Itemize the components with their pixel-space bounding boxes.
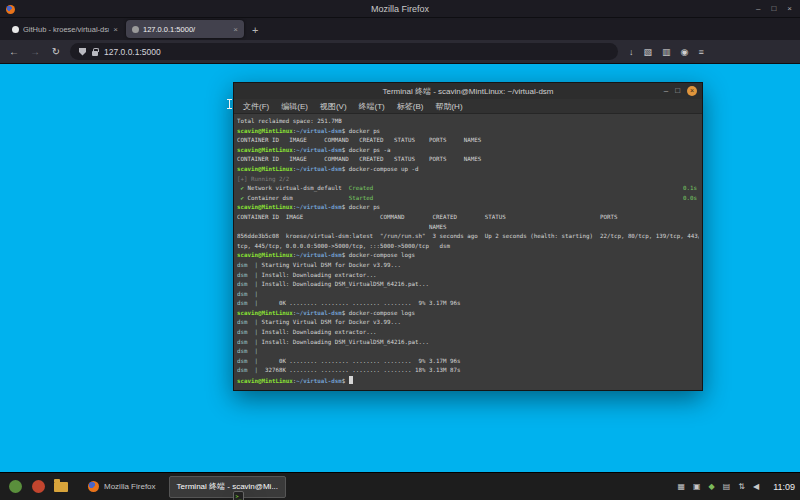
terminal-line: scavin@MintLinux:~/virtual-dsm$ <box>237 376 699 386</box>
terminal-menu-item[interactable]: 文件(F) <box>243 101 269 112</box>
terminal-line: 856dde3b5c08 kroese/virtual-dsm:latest "… <box>237 232 699 242</box>
notifications-icon[interactable]: ▣ <box>693 482 701 491</box>
taskbar: Mozilla Firefox>_Terminal 终端 - scavin@Mi… <box>0 472 800 500</box>
system-tray: ▦▣◆▤⇅◀ <box>677 482 765 491</box>
terminal-minimize-button[interactable]: – <box>664 87 668 95</box>
terminal-menu-item[interactable]: 视图(V) <box>320 101 347 112</box>
firefox-app-icon <box>6 5 15 14</box>
shield-icon[interactable]: ◆ <box>709 482 715 491</box>
terminal-line: scavin@MintLinux:~/virtual-dsm$ docker-c… <box>237 309 699 319</box>
new-tab-button[interactable]: + <box>252 24 258 36</box>
terminal-line: ✔ Container dsm Started0.0s <box>237 194 699 204</box>
terminal-window[interactable]: Terminal 终端 - scavin@MintLinux: ~/virtua… <box>233 82 703 391</box>
terminal-line: [+] Running 2/2 <box>237 175 699 185</box>
minimize-button[interactable]: – <box>756 5 760 13</box>
navigation-bar: ← → ↻ 127.0.0.1:5000 ↓▧▥◉≡ <box>0 40 800 64</box>
tab-label: GitHub - kroese/virtual-dsm <box>23 25 109 34</box>
extensions-icon[interactable]: ▧ <box>644 47 653 57</box>
library-icon[interactable]: ▥ <box>662 47 671 57</box>
firefox-titlebar: Mozilla Firefox –□× <box>0 0 800 18</box>
terminal-line: tcp, 445/tcp, 0.0.0.0:5000->5000/tcp, ::… <box>237 242 699 252</box>
browser-viewport[interactable]: Terminal 终端 - scavin@MintLinux: ~/virtua… <box>0 64 800 472</box>
nav-right-icons: ↓▧▥◉≡ <box>629 47 704 57</box>
tab-close-icon[interactable]: × <box>233 25 238 34</box>
terminal-menu-item[interactable]: 编辑(E) <box>281 101 308 112</box>
browser-launcher[interactable] <box>28 477 48 497</box>
taskbar-window-button[interactable]: >_Terminal 终端 - scavin@Mi... <box>169 476 286 498</box>
terminal-icon: >_ <box>233 491 244 498</box>
network-icon[interactable]: ⇅ <box>738 482 745 491</box>
workspace-switcher-icon[interactable]: ▦ <box>677 482 685 491</box>
files-launcher-icon <box>54 482 68 492</box>
close-button[interactable]: × <box>787 5 792 13</box>
terminal-line: dsm | 32768K ........ ........ ........ … <box>237 366 699 376</box>
downloads-icon[interactable]: ↓ <box>629 47 634 57</box>
terminal-line: CONTAINER ID IMAGE COMMAND CREATED STATU… <box>237 213 699 223</box>
terminal-close-button[interactable]: × <box>687 86 697 96</box>
browser-launcher-icon <box>32 480 45 493</box>
terminal-title: Terminal 终端 - scavin@MintLinux: ~/virtua… <box>234 86 702 97</box>
tracking-shield-icon[interactable] <box>79 48 86 56</box>
browser-tab[interactable]: GitHub - kroese/virtual-dsm× <box>6 20 124 38</box>
terminal-window-controls: –□× <box>664 83 697 99</box>
terminal-cursor <box>349 376 353 384</box>
menu-icon[interactable]: ≡ <box>698 47 703 57</box>
account-icon[interactable]: ◉ <box>681 47 689 57</box>
terminal-line: dsm | Install: Downloading DSM_VirtualDS… <box>237 280 699 290</box>
terminal-line: scavin@MintLinux:~/virtual-dsm$ docker p… <box>237 127 699 137</box>
terminal-output[interactable]: Total reclaimed space: 251.7MBscavin@Min… <box>234 114 702 390</box>
tab-label: 127.0.0.1:5000/ <box>143 25 229 34</box>
terminal-line: dsm | Install: Downloading DSM_VirtualDS… <box>237 338 699 348</box>
terminal-line: scavin@MintLinux:~/virtual-dsm$ docker-c… <box>237 251 699 261</box>
terminal-line: dsm | 0K ........ ........ ........ ....… <box>237 357 699 367</box>
clipboard-icon[interactable]: ▤ <box>723 482 731 491</box>
tab-strip: GitHub - kroese/virtual-dsm×127.0.0.1:50… <box>0 18 800 40</box>
taskbar-window-label: Mozilla Firefox <box>104 482 156 491</box>
terminal-line: Total reclaimed space: 251.7MB <box>237 117 699 127</box>
terminal-line: CONTAINER ID IMAGE COMMAND CREATED STATU… <box>237 136 699 146</box>
terminal-line: scavin@MintLinux:~/virtual-dsm$ docker-c… <box>237 165 699 175</box>
maximize-button[interactable]: □ <box>771 5 776 13</box>
files-launcher[interactable] <box>51 477 71 497</box>
window-controls: –□× <box>756 0 792 18</box>
terminal-line: dsm | Install: Downloading extractor... <box>237 328 699 338</box>
window-title: Mozilla Firefox <box>371 4 429 14</box>
terminal-maximize-button[interactable]: □ <box>675 87 680 95</box>
taskbar-window-button[interactable]: Mozilla Firefox <box>80 476 164 498</box>
forward-button[interactable]: → <box>28 46 42 57</box>
firefox-icon <box>88 481 99 492</box>
terminal-line: dsm | <box>237 290 699 300</box>
mouse-text-cursor <box>229 99 230 109</box>
volume-icon[interactable]: ◀ <box>753 482 759 491</box>
back-button[interactable]: ← <box>7 46 21 57</box>
terminal-line: scavin@MintLinux:~/virtual-dsm$ docker p… <box>237 146 699 156</box>
taskbar-clock[interactable]: 11:09 <box>773 482 795 492</box>
menu-button[interactable] <box>5 477 25 497</box>
terminal-line: dsm | <box>237 347 699 357</box>
terminal-line: NAMES <box>237 223 699 233</box>
terminal-menu-item[interactable]: 终端(T) <box>359 101 385 112</box>
terminal-line: CONTAINER ID IMAGE COMMAND CREATED STATU… <box>237 155 699 165</box>
terminal-line: scavin@MintLinux:~/virtual-dsm$ docker p… <box>237 203 699 213</box>
tab-favicon <box>132 26 139 33</box>
desktop: Mozilla Firefox –□× GitHub - kroese/virt… <box>0 0 800 500</box>
terminal-titlebar[interactable]: Terminal 终端 - scavin@MintLinux: ~/virtua… <box>234 83 702 99</box>
menu-button-icon <box>9 480 22 493</box>
terminal-menubar: 文件(F)编辑(E)视图(V)终端(T)标签(B)帮助(H) <box>234 99 702 114</box>
terminal-line: dsm | Install: Downloading extractor... <box>237 271 699 281</box>
url-bar[interactable]: 127.0.0.1:5000 <box>70 43 618 60</box>
lock-icon[interactable] <box>92 51 98 56</box>
tab-close-icon[interactable]: × <box>113 25 118 34</box>
taskbar-window-label: Terminal 终端 - scavin@Mi... <box>177 481 278 492</box>
terminal-line: dsm | Starting Virtual DSM for Docker v3… <box>237 318 699 328</box>
terminal-line: dsm | 0K ........ ........ ........ ....… <box>237 299 699 309</box>
terminal-menu-item[interactable]: 帮助(H) <box>435 101 462 112</box>
terminal-menu-item[interactable]: 标签(B) <box>397 101 424 112</box>
reload-button[interactable]: ↻ <box>49 46 63 57</box>
terminal-line: dsm | Starting Virtual DSM for Docker v3… <box>237 261 699 271</box>
browser-tab[interactable]: 127.0.0.1:5000/× <box>126 20 244 38</box>
terminal-line: ✔ Network virtual-dsm_default Created0.1… <box>237 184 699 194</box>
url-text[interactable]: 127.0.0.1:5000 <box>104 47 161 57</box>
tab-favicon <box>12 26 19 33</box>
